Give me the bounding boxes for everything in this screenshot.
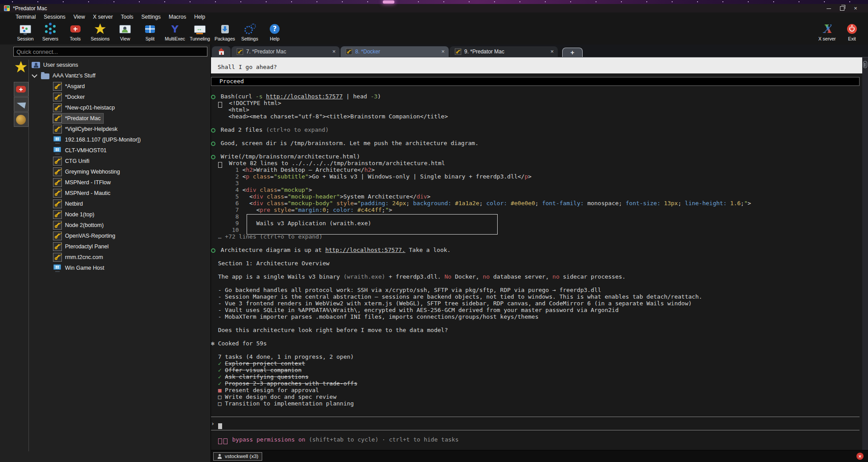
close-notification-button[interactable]: × xyxy=(856,453,864,460)
tab-label: 8. *Docker xyxy=(355,49,438,55)
rail-button-swiss-knife[interactable] xyxy=(14,82,28,97)
settings-icon xyxy=(244,26,253,34)
home-icon xyxy=(218,49,225,55)
tab-8-docker[interactable]: 8. *Docker× xyxy=(341,46,449,57)
toolbar-label: Session xyxy=(17,36,33,41)
toolbar-button-x-server[interactable]: X server xyxy=(815,21,840,45)
terminal-line: ⎿ <!DOCTYPE html> xyxy=(211,100,862,106)
session-item-192-168-1-107-ups-monitor[interactable]: 192.168.1.107 ([UPS-Monitor]) xyxy=(29,134,211,145)
user-button-label: vstockwell (x3) xyxy=(225,454,258,459)
toolbar-button-servers[interactable]: Servers xyxy=(38,21,63,45)
session-label: MSPNerd - Mautic xyxy=(65,190,110,196)
task-done-check: ✓ xyxy=(218,373,225,380)
rail-button-paper-plane[interactable] xyxy=(14,97,28,112)
session-label: CTG Unifi xyxy=(65,158,89,164)
tree-root-user-sessions[interactable]: User sessions xyxy=(29,60,211,70)
menu-item-tools[interactable]: Tools xyxy=(117,14,138,20)
session-item-win-game-host[interactable]: Win Game Host xyxy=(29,263,211,273)
chevron-down-icon[interactable] xyxy=(32,72,37,78)
toolbar-button-exit[interactable]: Exit xyxy=(840,21,864,45)
toolbar-button-split[interactable]: Split xyxy=(138,21,162,45)
terminal[interactable]: Shall I go ahead?Proceed⏺ Bash(curl -s h… xyxy=(211,57,862,450)
rail-button-star[interactable] xyxy=(14,60,28,74)
tunneling-icon xyxy=(194,25,206,33)
session-row: *Asgard xyxy=(53,81,87,91)
swiss-knife-icon xyxy=(16,86,26,93)
terminal-column: 7. *Predator Mac×8. *Docker×9. *Predator… xyxy=(211,45,868,462)
proceed-option[interactable]: Proceed xyxy=(211,77,860,86)
session-row: 192.168.1.107 ([UPS-Monitor]) xyxy=(53,135,143,144)
ssh-key-icon xyxy=(53,82,62,91)
tab-home[interactable] xyxy=(212,46,231,57)
bullet-icon: ⏺ xyxy=(211,128,215,133)
session-row: *Docker xyxy=(53,92,87,102)
session-item-pterodactyl-panel[interactable]: Pterodactyl Panel xyxy=(29,241,211,252)
session-item-new-cp01-heistacp[interactable]: *New-cp01-heistacp xyxy=(29,102,211,113)
session-item-mspnerd-mautic[interactable]: MSPNerd - Mautic xyxy=(29,188,211,199)
session-item-predator-mac[interactable]: *Predator Mac xyxy=(29,113,211,124)
session-item-clt-vmhost01[interactable]: CLT-VMHOST01 xyxy=(29,145,211,156)
terminal-line: 7 tasks (4 done, 1 in progress, 2 open) xyxy=(211,353,862,360)
paperclip-icon[interactable] xyxy=(863,61,867,68)
bullet-icon: ⏺ xyxy=(211,95,215,99)
session-item-vigilcyber-helpdesk[interactable]: *VigilCyber-Helpdesk xyxy=(29,124,211,134)
session-item-ctg-unifi[interactable]: CTG Unifi xyxy=(29,156,211,166)
rail-button-globe[interactable] xyxy=(14,112,28,127)
tab-7-predator-mac[interactable]: 7. *Predator Mac× xyxy=(231,46,340,57)
restore-button[interactable] xyxy=(836,4,849,12)
menu-item-terminal[interactable]: Terminal xyxy=(12,14,40,20)
menu-item-macros[interactable]: Macros xyxy=(165,14,190,20)
toolbar-button-multiexec[interactable]: MultiExec xyxy=(162,21,187,45)
tree-folder-aaa-vantz-s-stuff[interactable]: AAA Vantz's Stuff xyxy=(29,70,211,81)
session-item-greyming-webhosting[interactable]: Greyming Webhosting xyxy=(29,166,211,177)
toolbar-button-help[interactable]: Help xyxy=(262,21,287,45)
session-item-mspnerd-itflow[interactable]: MSPNerd - ITFlow xyxy=(29,177,211,188)
terminal-link[interactable]: http://localhost:57577 xyxy=(266,93,343,100)
toolbar-button-tunneling[interactable]: Tunneling xyxy=(187,21,212,45)
toolbar-button-tools[interactable]: Tools xyxy=(63,21,88,45)
tab-9-predator-mac[interactable]: 9. *Predator Mac× xyxy=(450,46,558,57)
session-item-node-2-bottom[interactable]: Node 2(bottom) xyxy=(29,220,211,231)
new-tab-button[interactable]: + xyxy=(562,48,583,57)
session-row: *VigilCyber-Helpdesk xyxy=(53,124,120,134)
terminal-line: 9 Wails v3 Application (wraith.exe) xyxy=(211,220,862,227)
toolbar-button-settings[interactable]: Settings xyxy=(237,21,262,45)
toolbar-button-view[interactable]: View xyxy=(113,21,138,45)
terminal-blank-line xyxy=(211,133,862,140)
tab-close-icon[interactable]: × xyxy=(550,48,554,55)
toolbar-button-packages[interactable]: Packages xyxy=(212,21,237,45)
session-label: *VigilCyber-Helpdesk xyxy=(65,126,118,132)
terminal-line: □ Write design doc and spec review xyxy=(211,393,862,400)
tab-close-icon[interactable]: × xyxy=(441,48,445,55)
session-item-node-1-top[interactable]: Node 1(top) xyxy=(29,209,211,220)
menu-item-settings[interactable]: Settings xyxy=(138,14,165,20)
menu-item-x-server[interactable]: X server xyxy=(89,14,117,20)
terminal-line: ⏺ Bash(curl -s http://localhost:57577 | … xyxy=(211,93,862,100)
menu-item-help[interactable]: Help xyxy=(190,14,209,20)
minimize-button[interactable] xyxy=(822,4,836,12)
terminal-blank-line xyxy=(211,347,862,353)
session-item-netbird[interactable]: Netbird xyxy=(29,199,211,209)
session-item-rmm-t2cnc-com[interactable]: rmm.t2cnc.com xyxy=(29,252,211,263)
terminal-line: ⏺ Good, screen dir is /tmp/brainstorm. L… xyxy=(211,140,862,146)
session-item-asgard[interactable]: *Asgard xyxy=(29,81,211,92)
session-item-docker[interactable]: *Docker xyxy=(29,92,211,102)
quick-connect-input[interactable] xyxy=(13,47,207,57)
terminal-line: 2 <p class="subtitle">Go + Wails v3 | Wi… xyxy=(211,173,862,180)
task-in-progress-marker: ■ xyxy=(218,387,225,393)
menu-item-sessions[interactable]: Sessions xyxy=(40,14,69,20)
session-row: Node 2(bottom) xyxy=(53,220,106,230)
session-item-openvas-reporting[interactable]: OpenVAS-Reporting xyxy=(29,231,211,241)
terminal-link[interactable]: http://localhost:57577. xyxy=(325,247,406,253)
toolbar-button-session[interactable]: Session xyxy=(13,21,38,45)
close-button[interactable]: × xyxy=(849,4,862,12)
task-done-check: ✓ xyxy=(218,367,225,373)
toolbar-button-sessions[interactable]: Sessions xyxy=(88,21,113,45)
menu-item-view[interactable]: View xyxy=(69,14,89,20)
session-label: *Predator Mac xyxy=(65,115,101,122)
ssh-key-icon xyxy=(53,253,62,262)
user-sessions-button[interactable]: vstockwell (x3) xyxy=(213,452,262,461)
packages-icon xyxy=(221,25,229,33)
toolbar-label: MultiExec xyxy=(165,36,185,41)
tab-close-icon[interactable]: × xyxy=(332,48,336,55)
